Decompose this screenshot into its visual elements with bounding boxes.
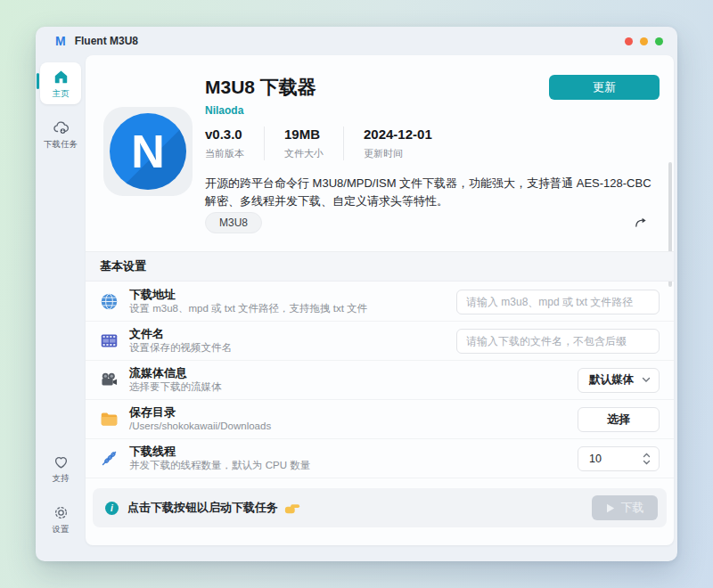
- update-button[interactable]: 更新: [549, 75, 660, 100]
- stat-label: 更新时间: [364, 147, 432, 160]
- sidebar-item-label: 设置: [53, 524, 70, 535]
- stat-value: 19MB: [284, 127, 324, 142]
- sidebar-item-home[interactable]: 主页: [40, 62, 81, 104]
- row-subtitle: /Users/shokokawaii/Downloads: [129, 420, 271, 433]
- close-button[interactable]: [625, 37, 633, 45]
- thread-icon: [100, 449, 119, 468]
- row-subtitle: 选择要下载的流媒体: [129, 380, 222, 394]
- row-text: 流媒体信息 选择要下载的流媒体: [129, 366, 222, 395]
- row-control: [456, 329, 660, 354]
- download-url-input[interactable]: [456, 290, 660, 314]
- app-stats: v0.3.0 当前版本 19MB 文件大小 2024-12-01 更新时间: [205, 127, 452, 160]
- movie-camera-icon: [100, 371, 119, 389]
- minimize-button[interactable]: [640, 37, 648, 45]
- row-title: 流媒体信息: [129, 366, 222, 381]
- stepper-icon[interactable]: [643, 453, 651, 465]
- footer-bar: i 点击下载按钮以启动下载任务 下载: [93, 488, 667, 527]
- settings-rows: 下载地址 设置 m3u8、mpd 或 txt 文件路径，支持拖拽 txt 文件 …: [86, 282, 674, 478]
- titlebar: M Fluent M3U8: [36, 27, 677, 55]
- media-select-value: 默认媒体: [589, 372, 634, 388]
- main-content: M3U8 下载器 更新 Nilaoda N v0.3.0 当前版本 19MB 文…: [86, 55, 674, 545]
- row-text: 下载地址 设置 m3u8、mpd 或 txt 文件路径，支持拖拽 txt 文件: [129, 288, 367, 316]
- traffic-lights: [625, 37, 663, 45]
- sidebar-item-label: 主页: [53, 88, 70, 100]
- app-icon-circle: N: [110, 113, 186, 190]
- folder-icon: [100, 410, 119, 429]
- window-title: Fluent M3U8: [75, 35, 138, 47]
- section-header: 基本设置: [86, 251, 674, 282]
- stat-updated: 2024-12-01 更新时间: [343, 127, 452, 160]
- cloud-download-icon: [53, 119, 70, 136]
- tag-badge: M3U8: [205, 212, 262, 233]
- sidebar-item-label: 下载任务: [44, 139, 78, 151]
- pointing-hand-icon: [284, 502, 300, 514]
- info-icon: i: [105, 502, 119, 515]
- row-control: 默认媒体: [578, 368, 660, 393]
- row-subtitle: 并发下载的线程数量，默认为 CPU 数量: [129, 459, 310, 472]
- row-subtitle: 设置 m3u8、mpd 或 txt 文件路径，支持拖拽 txt 文件: [129, 302, 367, 315]
- stat-label: 当前版本: [205, 147, 244, 160]
- sidebar: 主页 下载任务 支持 设置: [36, 55, 86, 561]
- stat-value: 2024-12-01: [364, 127, 432, 142]
- row-title: 下载地址: [129, 288, 367, 303]
- stat-filesize: 19MB 文件大小: [264, 127, 343, 160]
- row-save-directory: 保存目录 /Users/shokokawaii/Downloads 选择: [86, 400, 674, 439]
- row-title: 下载线程: [129, 445, 310, 460]
- row-download-threads: 下载线程 并发下载的线程数量，默认为 CPU 数量: [86, 439, 674, 478]
- app-logo-icon: M: [55, 34, 65, 48]
- home-icon: [53, 69, 70, 86]
- share-icon[interactable]: [634, 216, 648, 233]
- app-description: 开源的跨平台命令行 M3U8/MPD/ISM 文件下载器，功能强大，支持普通 A…: [205, 175, 663, 210]
- download-button[interactable]: 下载: [592, 495, 658, 520]
- chevron-down-icon: [642, 377, 651, 383]
- author-link[interactable]: Nilaoda: [205, 104, 243, 117]
- sidebar-item-download-tasks[interactable]: 下载任务: [40, 113, 81, 155]
- app-window: M Fluent M3U8 主页 下载任务 支持 设置 M3U8 下载器: [36, 27, 677, 561]
- row-title: 保存目录: [129, 405, 271, 421]
- row-control: [578, 446, 660, 471]
- sidebar-item-label: 支持: [53, 473, 70, 485]
- gear-icon: [53, 504, 70, 521]
- zoom-button[interactable]: [655, 37, 663, 45]
- stat-value: v0.3.0: [205, 127, 244, 142]
- row-text: 保存目录 /Users/shokokawaii/Downloads: [129, 405, 271, 434]
- sidebar-item-support[interactable]: 支持: [40, 447, 81, 489]
- row-text: 文件名 设置保存的视频文件名: [129, 327, 232, 355]
- heart-icon: [53, 453, 70, 470]
- globe-icon: [100, 292, 119, 311]
- row-text: 下载线程 并发下载的线程数量，默认为 CPU 数量: [129, 445, 310, 473]
- row-control: 选择: [578, 407, 660, 432]
- row-stream-info: 流媒体信息 选择要下载的流媒体 默认媒体: [86, 361, 674, 400]
- choose-directory-button[interactable]: 选择: [578, 407, 660, 432]
- row-filename: 文件名 设置保存的视频文件名: [86, 322, 674, 361]
- app-icon-letter: N: [131, 128, 165, 175]
- filename-input[interactable]: [456, 329, 660, 354]
- download-button-label: 下载: [621, 500, 644, 516]
- media-select[interactable]: 默认媒体: [578, 368, 660, 393]
- stat-label: 文件大小: [284, 147, 324, 160]
- footer-hint: 点击下载按钮以启动下载任务: [127, 500, 278, 516]
- row-control: [456, 290, 660, 314]
- page-title: M3U8 下载器: [205, 75, 316, 100]
- sidebar-item-settings[interactable]: 设置: [40, 498, 81, 540]
- row-subtitle: 设置保存的视频文件名: [129, 341, 232, 355]
- threads-input[interactable]: [589, 453, 632, 465]
- row-title: 文件名: [129, 327, 232, 342]
- film-frames-icon: [100, 331, 119, 350]
- play-icon: [606, 503, 615, 513]
- row-download-url: 下载地址 设置 m3u8、mpd 或 txt 文件路径，支持拖拽 txt 文件: [86, 282, 674, 322]
- app-icon: N: [103, 107, 193, 196]
- stat-version: v0.3.0 当前版本: [205, 127, 264, 160]
- threads-stepper[interactable]: [578, 446, 660, 471]
